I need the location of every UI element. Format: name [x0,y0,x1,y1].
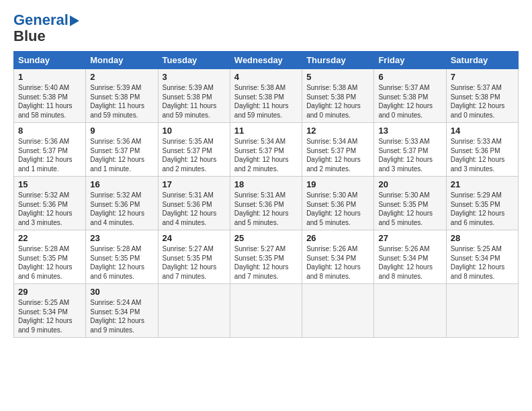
logo-text: General [13,12,69,28]
day-number: 23 [90,233,153,243]
day-info: Sunrise: 5:37 AM Sunset: 5:38 PM Dayligh… [378,83,441,120]
day-number: 6 [378,72,441,82]
day-info: Sunrise: 5:32 AM Sunset: 5:36 PM Dayligh… [90,191,153,227]
day-number: 16 [90,179,153,189]
calendar-table: SundayMondayTuesdayWednesdayThursdayFrid… [13,51,519,338]
week-row-1: 1Sunrise: 5:40 AM Sunset: 5:38 PM Daylig… [14,69,519,123]
day-cell: 24Sunrise: 5:27 AM Sunset: 5:35 PM Dayli… [158,230,230,284]
day-cell: 13Sunrise: 5:33 AM Sunset: 5:37 PM Dayli… [374,123,446,177]
day-cell: 15Sunrise: 5:32 AM Sunset: 5:36 PM Dayli… [14,177,86,230]
col-header-friday: Friday [374,52,446,69]
day-info: Sunrise: 5:31 AM Sunset: 5:36 PM Dayligh… [163,191,226,227]
day-cell: 1Sunrise: 5:40 AM Sunset: 5:38 PM Daylig… [14,69,86,123]
day-cell: 8Sunrise: 5:36 AM Sunset: 5:37 PM Daylig… [14,123,86,177]
day-number: 22 [18,233,81,243]
col-header-monday: Monday [86,52,158,69]
day-info: Sunrise: 5:29 AM Sunset: 5:35 PM Dayligh… [451,191,514,227]
day-cell: 23Sunrise: 5:28 AM Sunset: 5:35 PM Dayli… [86,230,158,284]
day-info: Sunrise: 5:24 AM Sunset: 5:34 PM Dayligh… [90,298,153,334]
day-cell: 18Sunrise: 5:31 AM Sunset: 5:36 PM Dayli… [230,177,302,230]
day-info: Sunrise: 5:28 AM Sunset: 5:35 PM Dayligh… [18,244,81,281]
day-info: Sunrise: 5:25 AM Sunset: 5:34 PM Dayligh… [18,298,81,334]
day-number: 21 [451,179,514,189]
day-cell: 29Sunrise: 5:25 AM Sunset: 5:34 PM Dayli… [14,284,86,338]
logo-blue: Blue [13,28,46,44]
day-info: Sunrise: 5:36 AM Sunset: 5:37 PM Dayligh… [18,137,81,173]
day-cell: 21Sunrise: 5:29 AM Sunset: 5:35 PM Dayli… [446,177,518,230]
day-cell [302,284,374,338]
day-info: Sunrise: 5:32 AM Sunset: 5:36 PM Dayligh… [18,191,81,227]
header-row: SundayMondayTuesdayWednesdayThursdayFrid… [14,52,519,69]
day-number: 17 [163,179,226,189]
col-header-tuesday: Tuesday [158,52,230,69]
day-cell: 28Sunrise: 5:25 AM Sunset: 5:34 PM Dayli… [446,230,518,284]
day-info: Sunrise: 5:39 AM Sunset: 5:38 PM Dayligh… [163,83,226,120]
day-info: Sunrise: 5:37 AM Sunset: 5:38 PM Dayligh… [451,83,514,120]
day-number: 13 [378,126,441,136]
day-cell: 9Sunrise: 5:36 AM Sunset: 5:37 PM Daylig… [86,123,158,177]
day-number: 8 [18,126,81,136]
day-number: 14 [451,126,514,136]
day-cell: 26Sunrise: 5:26 AM Sunset: 5:34 PM Dayli… [302,230,374,284]
day-info: Sunrise: 5:38 AM Sunset: 5:38 PM Dayligh… [306,83,369,120]
day-number: 11 [234,126,298,136]
day-info: Sunrise: 5:26 AM Sunset: 5:34 PM Dayligh… [378,244,441,281]
day-number: 10 [163,126,226,136]
day-cell [446,284,518,338]
day-number: 15 [18,179,81,189]
day-cell: 10Sunrise: 5:35 AM Sunset: 5:37 PM Dayli… [158,123,230,177]
header: General Blue [13,12,519,44]
day-cell: 20Sunrise: 5:30 AM Sunset: 5:35 PM Dayli… [374,177,446,230]
day-info: Sunrise: 5:39 AM Sunset: 5:38 PM Dayligh… [90,83,153,120]
day-number: 27 [378,233,441,243]
day-cell: 3Sunrise: 5:39 AM Sunset: 5:38 PM Daylig… [158,69,230,123]
col-header-sunday: Sunday [14,52,86,69]
day-number: 1 [18,72,81,82]
week-row-5: 29Sunrise: 5:25 AM Sunset: 5:34 PM Dayli… [14,284,519,338]
day-number: 25 [234,233,298,243]
day-number: 12 [306,126,369,136]
day-number: 9 [90,126,153,136]
day-number: 2 [90,72,153,82]
week-row-3: 15Sunrise: 5:32 AM Sunset: 5:36 PM Dayli… [14,177,519,230]
logo-arrow-icon [70,15,79,26]
col-header-saturday: Saturday [446,52,518,69]
day-info: Sunrise: 5:34 AM Sunset: 5:37 PM Dayligh… [306,137,369,173]
day-info: Sunrise: 5:38 AM Sunset: 5:38 PM Dayligh… [234,83,298,120]
day-number: 7 [451,72,514,82]
week-row-4: 22Sunrise: 5:28 AM Sunset: 5:35 PM Dayli… [14,230,519,284]
day-cell: 25Sunrise: 5:27 AM Sunset: 5:35 PM Dayli… [230,230,302,284]
day-number: 3 [163,72,226,82]
day-cell: 16Sunrise: 5:32 AM Sunset: 5:36 PM Dayli… [86,177,158,230]
day-cell [374,284,446,338]
day-number: 29 [18,287,81,297]
day-info: Sunrise: 5:34 AM Sunset: 5:37 PM Dayligh… [234,137,298,173]
day-cell: 7Sunrise: 5:37 AM Sunset: 5:38 PM Daylig… [446,69,518,123]
day-number: 26 [306,233,369,243]
day-number: 30 [90,287,153,297]
day-cell: 6Sunrise: 5:37 AM Sunset: 5:38 PM Daylig… [374,69,446,123]
day-number: 5 [306,72,369,82]
day-info: Sunrise: 5:40 AM Sunset: 5:38 PM Dayligh… [18,83,81,120]
day-info: Sunrise: 5:36 AM Sunset: 5:37 PM Dayligh… [90,137,153,173]
day-info: Sunrise: 5:27 AM Sunset: 5:35 PM Dayligh… [234,244,298,281]
day-cell: 2Sunrise: 5:39 AM Sunset: 5:38 PM Daylig… [86,69,158,123]
col-header-thursday: Thursday [302,52,374,69]
day-number: 4 [234,72,298,82]
week-row-2: 8Sunrise: 5:36 AM Sunset: 5:37 PM Daylig… [14,123,519,177]
day-info: Sunrise: 5:35 AM Sunset: 5:37 PM Dayligh… [163,137,226,173]
day-info: Sunrise: 5:33 AM Sunset: 5:36 PM Dayligh… [451,137,514,173]
logo-general: General [13,11,69,28]
day-cell: 11Sunrise: 5:34 AM Sunset: 5:37 PM Dayli… [230,123,302,177]
day-info: Sunrise: 5:31 AM Sunset: 5:36 PM Dayligh… [234,191,298,227]
day-info: Sunrise: 5:30 AM Sunset: 5:35 PM Dayligh… [378,191,441,227]
day-cell: 14Sunrise: 5:33 AM Sunset: 5:36 PM Dayli… [446,123,518,177]
day-cell: 30Sunrise: 5:24 AM Sunset: 5:34 PM Dayli… [86,284,158,338]
day-cell: 12Sunrise: 5:34 AM Sunset: 5:37 PM Dayli… [302,123,374,177]
day-info: Sunrise: 5:30 AM Sunset: 5:36 PM Dayligh… [306,191,369,227]
day-cell: 17Sunrise: 5:31 AM Sunset: 5:36 PM Dayli… [158,177,230,230]
logo: General Blue [13,12,79,44]
day-number: 24 [163,233,226,243]
day-cell: 4Sunrise: 5:38 AM Sunset: 5:38 PM Daylig… [230,69,302,123]
day-number: 20 [378,179,441,189]
